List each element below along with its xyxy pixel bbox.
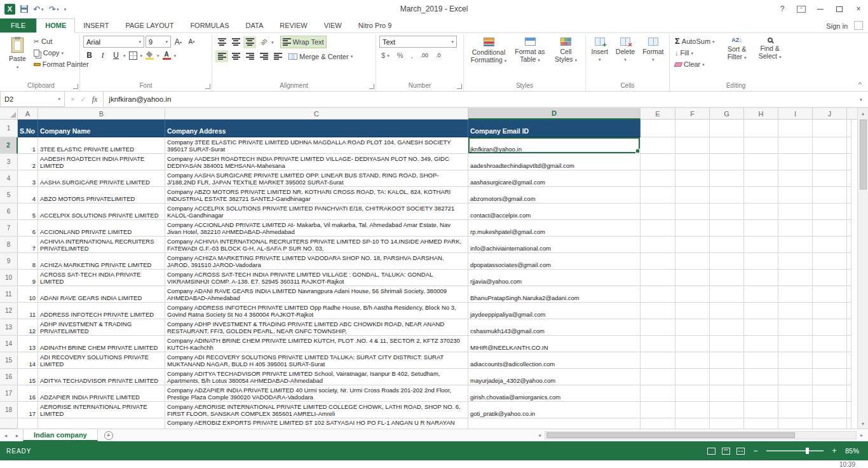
cell-company-email[interactable]: abzomotors@gmail.com xyxy=(468,187,641,203)
header-company-name[interactable]: Company Name xyxy=(38,120,165,137)
zoom-slider[interactable] xyxy=(766,450,824,451)
cell-company-address[interactable]: Company ADITYA TECHADVISOR PRIVATE LIMIT… xyxy=(165,369,468,385)
cell-empty[interactable] xyxy=(778,203,813,220)
cell-empty[interactable] xyxy=(813,402,847,418)
font-color-button[interactable]: A xyxy=(161,50,173,61)
cell-empty[interactable] xyxy=(813,319,847,336)
cell-empty[interactable] xyxy=(813,369,847,385)
cell-empty[interactable] xyxy=(847,237,851,253)
cell-company-address[interactable]: Company ADANI RAVE GEARS INDIA LIMITED N… xyxy=(165,286,468,303)
cell-company-email[interactable]: rp.mukeshpatel@gmail.com xyxy=(468,220,641,237)
delete-cells-button[interactable]: Delete▾ xyxy=(613,36,638,64)
cell-empty[interactable] xyxy=(778,170,813,187)
cell-company-address[interactable]: Company ACHIVIA INTERNATIONAL RECRUITERS… xyxy=(165,237,468,253)
cell-company-name[interactable]: ADDRESS INFOTECH PRIVATE LIMITED xyxy=(38,303,165,319)
cell-empty[interactable] xyxy=(675,170,710,187)
cell-empty[interactable] xyxy=(744,418,778,429)
cell-empty[interactable] xyxy=(778,303,813,319)
cell-empty[interactable] xyxy=(847,120,851,137)
vertical-scrollbar[interactable]: ▴ ▾ xyxy=(857,108,868,429)
cell-empty[interactable] xyxy=(744,203,778,220)
cell-company-email[interactable]: MIHIR@NEELKANTH.CO.IN xyxy=(468,336,641,352)
cell-empty[interactable] xyxy=(778,352,813,369)
column-header-a[interactable]: A xyxy=(18,108,38,120)
cell-company-email[interactable]: jaydeeppipaliya@gmail.com xyxy=(468,303,641,319)
scroll-up-icon[interactable]: ▴ xyxy=(858,108,868,118)
cell-company-name[interactable]: ACHIVIA INTERNATIONAL RECRUITERS PRIVATE… xyxy=(38,237,165,253)
cell-empty[interactable] xyxy=(641,220,675,237)
cell-company-name[interactable]: AASHA SURGICARE PRIVATE LIMITED xyxy=(38,170,165,187)
cell-empty[interactable] xyxy=(18,418,38,429)
number-format-combo[interactable]: Text▾ xyxy=(379,36,457,48)
cell-empty[interactable] xyxy=(710,203,744,220)
cell-empty[interactable] xyxy=(778,369,813,385)
row-header[interactable]: 4 xyxy=(0,170,18,187)
cell-empty[interactable] xyxy=(744,336,778,352)
cell-empty[interactable] xyxy=(813,137,847,154)
cell-empty[interactable] xyxy=(710,154,744,170)
cell-company-email[interactable]: aadeshroadtechindiapvtltd@gmail.com xyxy=(468,154,641,170)
cell-empty[interactable] xyxy=(778,336,813,352)
find-select-button[interactable]: Find & Select ▾ xyxy=(754,36,787,62)
format-as-table-button[interactable]: Format as Table ▾ xyxy=(512,36,548,65)
cell-company-address[interactable]: Company ABZO MOTORS PRIVATE LIMITED NR. … xyxy=(165,187,468,203)
cell-company-email[interactable]: rjjavia@yahoo.com xyxy=(468,270,641,286)
cell-sno[interactable]: 5 xyxy=(18,203,38,220)
redo-button[interactable]: ↷▾ xyxy=(48,5,58,13)
cell-company-email[interactable]: cshasmukh143@gmail.com xyxy=(468,319,641,336)
merge-center-button[interactable]: Merge & Center▾ xyxy=(287,51,355,62)
share-icon[interactable] xyxy=(854,21,863,30)
cell-empty[interactable] xyxy=(847,270,851,286)
column-header-e[interactable]: E xyxy=(641,108,675,120)
cell-company-email[interactable]: BhanuPratapSingh.Naruka2@adani.com xyxy=(468,286,641,303)
middle-align-button[interactable] xyxy=(229,36,242,48)
formula-input[interactable]: jknfkiran@yahoo.in xyxy=(104,92,854,107)
cell-company-name[interactable]: ACCELPIX SOLUTIONS PRIVATE LIMITED xyxy=(38,203,165,220)
cell-empty[interactable] xyxy=(744,253,778,270)
cell-empty[interactable] xyxy=(641,385,675,402)
tab-file[interactable]: FILE xyxy=(0,18,36,32)
cell-company-name[interactable]: ADINATH BRINE CHEM PRIVATE LIMITED xyxy=(38,336,165,352)
shrink-font-button[interactable]: A▾ xyxy=(186,36,198,48)
cell-company-name[interactable]: ABZO MOTORS PRIVATELIMITED xyxy=(38,187,165,203)
cell-empty[interactable] xyxy=(641,154,675,170)
tab-review[interactable]: REVIEW xyxy=(271,19,315,32)
header-company-email[interactable]: Company Email ID xyxy=(468,120,641,137)
row-header[interactable]: 15 xyxy=(0,352,18,369)
cell-empty[interactable] xyxy=(675,336,710,352)
borders-button[interactable] xyxy=(127,50,139,61)
new-sheet-button[interactable]: + xyxy=(104,431,113,440)
cell-company-address[interactable]: Company ADHP INVESTMENT & TRADING PRIVAT… xyxy=(165,319,468,336)
clipboard-dialog-launcher[interactable] xyxy=(73,84,78,89)
format-cells-button[interactable]: Format▾ xyxy=(639,36,667,64)
cell-empty[interactable] xyxy=(778,154,813,170)
fill-color-button[interactable] xyxy=(144,50,156,61)
save-icon[interactable] xyxy=(20,5,28,13)
select-all-corner[interactable] xyxy=(0,108,18,120)
row-header[interactable] xyxy=(0,418,18,429)
cell-empty[interactable] xyxy=(847,154,851,170)
cell-empty[interactable] xyxy=(675,120,710,137)
cell-empty[interactable] xyxy=(847,253,851,270)
cell-company-name[interactable]: ADHP INVESTMENT & TRADING PRIVATELIMITED xyxy=(38,319,165,336)
insert-cells-button[interactable]: Insert▾ xyxy=(588,36,611,64)
cell-empty[interactable] xyxy=(641,270,675,286)
tab-page-layout[interactable]: PAGE LAYOUT xyxy=(117,19,182,32)
cell-empty[interactable] xyxy=(847,137,851,154)
collapse-ribbon-button[interactable]: ^ xyxy=(858,81,862,88)
row-header[interactable]: 5 xyxy=(0,187,18,203)
cell-empty[interactable] xyxy=(847,220,851,237)
row-header[interactable]: 16 xyxy=(0,369,18,385)
cell-empty[interactable] xyxy=(710,385,744,402)
cell-sno[interactable]: 10 xyxy=(18,286,38,303)
center-button[interactable] xyxy=(229,50,242,62)
header-sno[interactable]: S.No xyxy=(18,120,38,137)
decrease-decimal-button[interactable]: .0 xyxy=(434,50,443,61)
cell-empty[interactable] xyxy=(641,187,675,203)
cell-empty[interactable] xyxy=(641,253,675,270)
wrap-text-button[interactable]: Wrap Text xyxy=(280,36,327,48)
cell-empty[interactable] xyxy=(675,270,710,286)
italic-button[interactable]: I xyxy=(97,50,109,61)
underline-button[interactable]: U xyxy=(110,50,122,61)
cell-company-address[interactable]: Company ACCELPIX SOLUTIONS PRIVATE LIMIT… xyxy=(165,203,468,220)
